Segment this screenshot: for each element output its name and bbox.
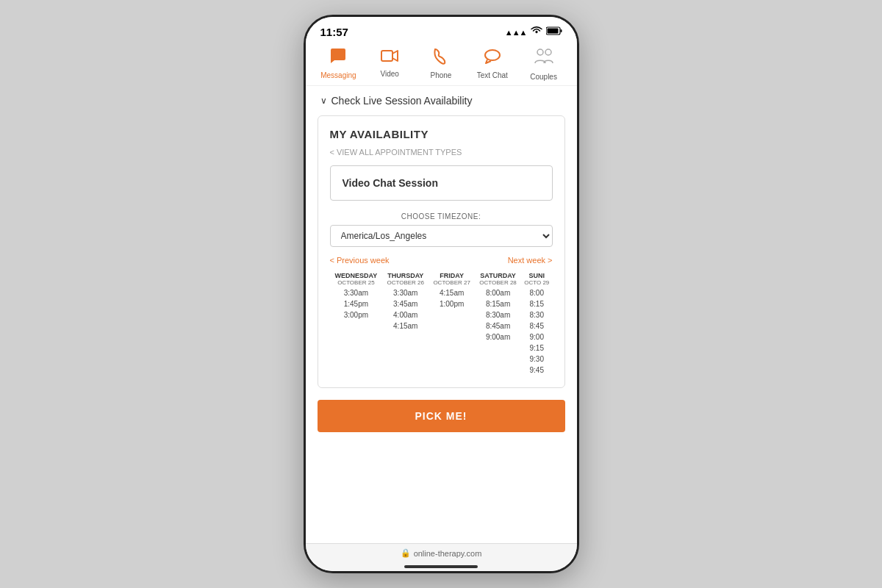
prev-week-button[interactable]: < Previous week: [330, 256, 390, 265]
messaging-icon: [329, 49, 347, 69]
time-slot[interactable]: 8:00: [528, 288, 545, 298]
timezone-label: CHOOSE TIMEZONE:: [330, 212, 553, 220]
nav-item-messaging[interactable]: Messaging: [320, 49, 356, 81]
timezone-section: CHOOSE TIMEZONE: America/Los_Angeles Ame…: [330, 212, 553, 247]
nav-item-video[interactable]: Video: [371, 49, 408, 81]
col-header-thu: THURSDAY OCTOBER 26: [382, 272, 429, 287]
status-icons: ▲▲▲: [505, 26, 562, 37]
table-row: 9:00am 9:00: [330, 331, 553, 343]
time-slot[interactable]: 9:00: [528, 332, 545, 342]
video-label: Video: [380, 70, 398, 78]
phone-icon: [433, 49, 449, 69]
time-slot[interactable]: 3:45am: [392, 299, 419, 309]
view-all-link[interactable]: < VIEW ALL APPOINTMENT TYPES: [330, 148, 553, 157]
home-indicator: [306, 562, 577, 571]
col-header-sun: SUNI OCTO 29: [521, 272, 552, 287]
time-slot[interactable]: 8:30am: [484, 310, 512, 320]
couples-icon: [534, 49, 554, 71]
time-slot[interactable]: 8:30: [528, 310, 545, 320]
time-slot[interactable]: 9:15: [528, 343, 545, 353]
time-slot[interactable]: 9:30: [528, 354, 545, 364]
time-slot[interactable]: 3:00pm: [343, 310, 370, 320]
svg-point-4: [485, 50, 500, 60]
next-week-button[interactable]: Next week >: [508, 256, 553, 265]
svg-rect-1: [560, 29, 562, 32]
couples-label: Couples: [530, 73, 557, 81]
nav-item-couples[interactable]: Couples: [526, 49, 562, 81]
availability-card: MY AVAILABILITY < VIEW ALL APPOINTMENT T…: [318, 115, 565, 388]
home-bar: [404, 565, 478, 568]
check-session[interactable]: ∨ Check Live Session Availability: [306, 86, 577, 115]
time-slot[interactable]: 8:45: [528, 321, 545, 331]
svg-point-6: [545, 49, 551, 55]
week-nav: < Previous week Next week >: [330, 256, 553, 265]
time-slot[interactable]: 4:15am: [438, 288, 465, 298]
session-type-label: Video Chat Session: [343, 177, 438, 189]
textchat-icon: [484, 49, 501, 69]
signal-icon: ▲▲▲: [505, 28, 527, 37]
time-slot[interactable]: 9:45: [528, 365, 545, 375]
check-session-label: Check Live Session Availability: [331, 95, 473, 107]
scroll-content: Messaging Video Phone: [306, 41, 577, 543]
phone-frame: 11:57 ▲▲▲: [304, 15, 579, 573]
messaging-label: Messaging: [320, 71, 356, 79]
status-bar: 11:57 ▲▲▲: [306, 17, 577, 41]
table-row: 9:45: [330, 365, 553, 376]
url-text: online-therapy.com: [414, 549, 482, 558]
pick-me-button[interactable]: PICK ME!: [318, 400, 565, 432]
col-header-fri: FRIDAY OCTOBER 27: [429, 272, 475, 287]
availability-title: MY AVAILABILITY: [330, 128, 553, 140]
table-row: 3:30am 3:30am 4:15am 8:00am 8:00: [330, 287, 553, 298]
time-slot[interactable]: 9:00am: [484, 332, 512, 342]
nav-item-phone[interactable]: Phone: [423, 49, 459, 81]
lock-icon: 🔒: [401, 548, 411, 558]
timezone-select[interactable]: America/Los_Angeles America/New_York Ame…: [330, 225, 553, 247]
nav-icons: Messaging Video Phone: [306, 41, 577, 86]
table-row: 9:30: [330, 354, 553, 365]
svg-rect-3: [381, 51, 392, 61]
wifi-icon: [531, 26, 542, 37]
time-slot[interactable]: 8:15: [528, 299, 545, 309]
time-slot[interactable]: 8:45am: [484, 321, 512, 331]
url-bar: 🔒 online-therapy.com: [306, 543, 577, 562]
time-slot[interactable]: 8:15am: [484, 299, 512, 309]
phone-label: Phone: [431, 71, 452, 79]
svg-rect-2: [547, 29, 558, 34]
time-slot[interactable]: 1:45pm: [343, 299, 370, 309]
table-row: 1:45pm 3:45am 1:00pm 8:15am 8:15: [330, 298, 553, 309]
col-header-wed: WEDNESDAY OCTOBER 25: [330, 272, 383, 287]
status-time: 11:57: [320, 26, 348, 38]
time-slot[interactable]: 3:30am: [392, 288, 419, 298]
time-slot[interactable]: 4:00am: [392, 310, 419, 320]
video-icon: [381, 49, 398, 68]
session-type-box[interactable]: Video Chat Session: [330, 165, 553, 201]
time-slot[interactable]: 3:30am: [343, 288, 370, 298]
col-header-sat: SATURDAY OCTOBER 28: [475, 272, 521, 287]
time-slot[interactable]: 1:00pm: [438, 299, 465, 309]
battery-icon: [546, 26, 562, 37]
time-slot[interactable]: 8:00am: [484, 288, 512, 298]
table-row: 9:15: [330, 343, 553, 354]
time-slot[interactable]: 4:15am: [392, 321, 419, 331]
chevron-down-icon: ∨: [320, 96, 327, 106]
nav-item-textchat[interactable]: Text Chat: [474, 49, 511, 81]
table-row: 4:15am 8:45am 8:45: [330, 320, 553, 331]
svg-point-5: [537, 49, 543, 55]
calendar-table: WEDNESDAY OCTOBER 25 THURSDAY OCTOBER 26…: [330, 272, 553, 376]
textchat-label: Text Chat: [477, 71, 508, 79]
table-row: 3:00pm 4:00am 8:30am 8:30: [330, 309, 553, 320]
